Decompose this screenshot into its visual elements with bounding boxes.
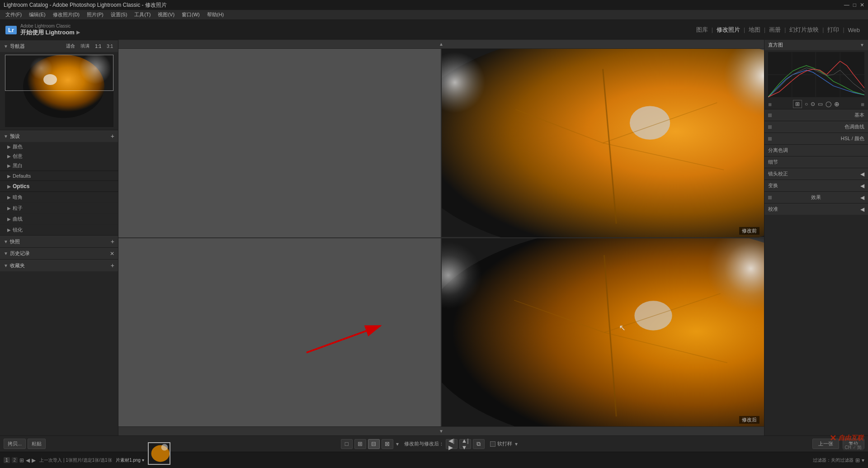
transform-header[interactable]: 变换 ◀: [764, 180, 868, 191]
adjust-icon[interactable]: ⊕: [834, 100, 840, 108]
compare-overlay[interactable]: ⧉: [473, 439, 485, 449]
defaults-item[interactable]: ▶ Defaults: [0, 171, 118, 180]
preset-bw[interactable]: ▶ 黑白: [0, 161, 118, 170]
module-slideshow[interactable]: 幻灯片放映: [787, 24, 821, 36]
annotation-arrow-svg: [118, 238, 441, 427]
top-navigation: Lr Adobe Lightroom Classic 开始使用 Lightroo…: [0, 20, 868, 40]
heal-icon[interactable]: ○: [805, 101, 808, 107]
snapshots-header[interactable]: ▼ 快照 +: [0, 236, 118, 247]
module-print[interactable]: 打印: [825, 24, 842, 36]
detail-header[interactable]: 细节: [764, 156, 868, 168]
sharpen-arrow: ▶: [7, 227, 11, 232]
maximize-button[interactable]: □: [853, 2, 856, 8]
hsl-header[interactable]: HSL / 颜色: [764, 132, 868, 144]
shadow-warning-icon[interactable]: ◼: [768, 102, 772, 107]
image-cell-bottom-left: [118, 238, 441, 427]
history-close-button[interactable]: ✕: [110, 251, 114, 257]
filmstrip-nav-next[interactable]: ▶: [32, 457, 36, 463]
preset-grain[interactable]: ▶ 粒子: [0, 203, 118, 213]
filmstrip-nav-prev[interactable]: ◀: [26, 457, 30, 463]
menu-item-W[interactable]: 窗口(W): [178, 10, 203, 19]
nav-arrow-icon[interactable]: ▶: [76, 29, 80, 35]
effects-header[interactable]: 效果 ◀: [764, 191, 868, 203]
filmstrip-panel-2[interactable]: 2: [12, 457, 18, 463]
view-grid-button[interactable]: ⊟: [368, 439, 380, 449]
bottom-collapse-bar[interactable]: ▼: [118, 426, 764, 435]
presets-header[interactable]: ▼ 预设 +: [0, 130, 118, 142]
menu-item-E[interactable]: 编辑(E): [25, 10, 49, 19]
view-loupe-button[interactable]: ⊠: [382, 439, 393, 449]
lens-correction-header[interactable]: 镜头校正 ◀: [764, 168, 868, 180]
collections-header[interactable]: ▼ 收藏夹 +: [0, 260, 118, 271]
module-book[interactable]: 画册: [766, 24, 783, 36]
menu-item-F[interactable]: 文件(F): [2, 10, 25, 19]
optics-item[interactable]: ▶ Optics: [0, 181, 118, 191]
module-develop[interactable]: 修改照片: [714, 24, 743, 36]
preset-sharpen[interactable]: ▶ 锐化: [0, 224, 118, 235]
menu-item-H[interactable]: 帮助(H): [203, 10, 227, 19]
paste-button[interactable]: 粘贴: [28, 439, 46, 449]
zoom-fill[interactable]: 填满: [79, 43, 91, 50]
zoom-3to1[interactable]: 3:1: [105, 43, 114, 49]
highlight-warning-icon[interactable]: ◼: [861, 102, 864, 107]
curves-left: ▶ 曲线: [7, 216, 23, 222]
preset-curves[interactable]: ▶ 曲线: [0, 213, 118, 224]
minimize-button[interactable]: —: [844, 2, 849, 8]
module-map[interactable]: 地图: [746, 24, 763, 36]
ch-label: CH ♂ 简: [843, 444, 864, 450]
histogram-header[interactable]: 直方图 ▼: [764, 40, 868, 50]
navigator-header[interactable]: ▼ 导航器 适合 填满 1:1 3:1: [0, 40, 118, 52]
filmstrip-panel-1[interactable]: 1: [4, 457, 10, 463]
gradient-icon[interactable]: ▭: [818, 101, 823, 107]
menu-item-P[interactable]: 照片(P): [83, 10, 107, 19]
menu-item-D[interactable]: 修改照片(D): [49, 10, 83, 19]
crop-overlay-icon[interactable]: ⊞: [793, 100, 802, 108]
radial-icon[interactable]: ◯: [826, 101, 831, 107]
compare-top-bottom[interactable]: ▲|▼: [459, 439, 471, 449]
zoom-fit[interactable]: 适合: [65, 43, 76, 50]
filmstrip-filename-dropdown[interactable]: ▾: [142, 458, 144, 463]
preset-creative[interactable]: ▶ 创意: [0, 151, 118, 161]
basic-section-header[interactable]: 基本: [764, 109, 868, 121]
window-controls[interactable]: — □ ✕: [844, 2, 864, 8]
image-cell-bottom-right: 修改后 ↖: [442, 238, 764, 427]
copy-button[interactable]: 拷贝...: [4, 439, 26, 449]
module-web[interactable]: Web: [845, 25, 863, 35]
navigator-preview[interactable]: [5, 55, 113, 127]
split-toning-header[interactable]: 分离色调: [764, 144, 868, 156]
zoom-1to1[interactable]: 1:1: [94, 43, 103, 49]
presets-collapse-icon: ▼: [4, 134, 8, 139]
soft-proof-dropdown-icon[interactable]: ▾: [515, 441, 518, 447]
menu-item-T[interactable]: 工具(T): [131, 10, 154, 19]
filmstrip-filter: 过滤器：关闭过滤器 ⊞ ▾: [813, 457, 864, 463]
tone-curve-header[interactable]: 色调曲线: [764, 121, 868, 132]
calibration-header[interactable]: 校准 ◀: [764, 203, 868, 215]
filmstrip-filter-icon[interactable]: ⊞: [855, 457, 860, 463]
window-title: Lightroom Catalog - Adobe Photoshop Ligh…: [4, 1, 167, 9]
filmstrip-grid-icon[interactable]: ⊞: [19, 457, 24, 463]
top-collapse-bar[interactable]: ▲: [118, 40, 764, 49]
collections-add-button[interactable]: +: [111, 262, 114, 269]
redeye-icon[interactable]: ⊙: [811, 101, 815, 107]
filmstrip-thumb-1[interactable]: [148, 442, 170, 465]
watermark-brand-text: 自由互联: [838, 434, 863, 442]
menu-item-S[interactable]: 设置(S): [107, 10, 131, 19]
presets-section: ▼ 预设 + ▶ 颜色 ▶ 创意 ▶ 黑白: [0, 130, 118, 170]
snapshots-add-button[interactable]: +: [111, 238, 114, 245]
view-single-button[interactable]: □: [341, 439, 353, 449]
soft-proof-checkbox[interactable]: [490, 441, 495, 447]
snapshots-title: 快照: [10, 238, 20, 245]
filmstrip-filter-dropdown[interactable]: ▾: [862, 457, 864, 463]
menu-item-V[interactable]: 视图(V): [154, 10, 178, 19]
preset-darkangle[interactable]: ▶ 暗角: [0, 192, 118, 203]
basic-label: 基本: [854, 112, 864, 118]
compare-side-by-side[interactable]: ◀|▶: [446, 439, 458, 449]
history-header[interactable]: ▼ 历史记录 ✕: [0, 248, 118, 259]
view-dropdown-icon[interactable]: ▾: [396, 441, 399, 447]
app-name: Adobe Lightroom Classic 开始使用 Lightroom ▶: [20, 24, 80, 37]
preset-color[interactable]: ▶ 颜色: [0, 142, 118, 151]
close-button[interactable]: ✕: [860, 2, 864, 8]
module-library[interactable]: 图库: [693, 24, 711, 36]
view-split-button[interactable]: ⊞: [354, 439, 366, 449]
presets-add-button[interactable]: +: [111, 132, 114, 140]
